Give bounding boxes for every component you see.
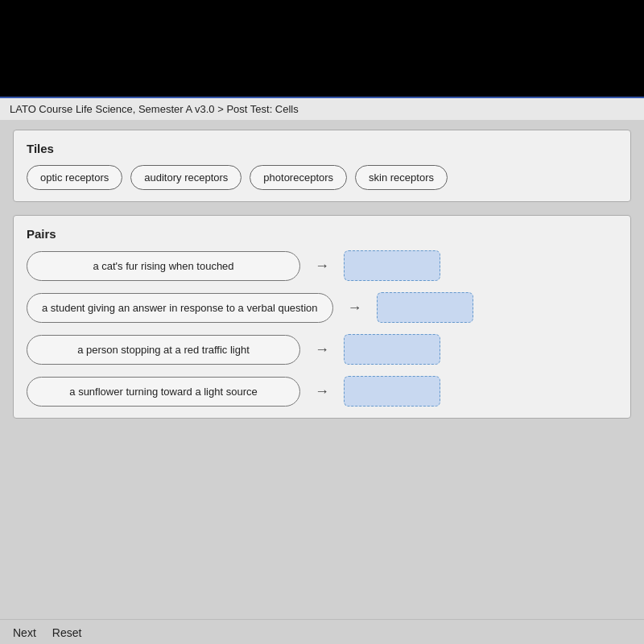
pair-row-2: a student giving an answer in response t… — [27, 292, 617, 323]
arrow-icon-1: → — [315, 258, 329, 275]
arrow-icon-2: → — [348, 299, 362, 316]
arrow-icon-4: → — [315, 383, 329, 400]
tile-auditory-receptors[interactable]: auditory receptors — [130, 165, 242, 190]
pair-right-2[interactable] — [377, 292, 473, 323]
tiles-row: optic receptors auditory receptors photo… — [27, 165, 617, 190]
reset-button[interactable]: Reset — [52, 626, 82, 639]
pair-row-1: a cat's fur rising when touched → — [27, 250, 617, 281]
next-button[interactable]: Next — [13, 626, 36, 639]
pair-row-3: a person stopping at a red traffic light… — [27, 334, 617, 365]
pair-left-2: a student giving an answer in response t… — [27, 293, 333, 323]
tiles-title: Tiles — [27, 142, 617, 155]
tile-optic-receptors[interactable]: optic receptors — [27, 165, 122, 190]
top-black-bar — [0, 0, 644, 97]
pair-left-3: a person stopping at a red traffic light — [27, 335, 300, 365]
tile-skin-receptors[interactable]: skin receptors — [355, 165, 448, 190]
pair-left-1: a cat's fur rising when touched — [27, 251, 300, 281]
footer-bar: Next Reset — [0, 619, 644, 644]
breadcrumb: LATO Course Life Science, Semester A v3.… — [0, 97, 644, 120]
pair-right-4[interactable] — [344, 376, 440, 407]
pair-row-4: a sunflower turning toward a light sourc… — [27, 376, 617, 407]
tile-photoreceptors[interactable]: photoreceptors — [250, 165, 347, 190]
tiles-section: Tiles optic receptors auditory receptors… — [13, 130, 631, 202]
pairs-title: Pairs — [27, 227, 617, 241]
arrow-icon-3: → — [315, 341, 329, 358]
pair-left-4: a sunflower turning toward a light sourc… — [27, 377, 300, 407]
pairs-section: Pairs a cat's fur rising when touched → … — [13, 215, 631, 419]
main-content: Tiles optic receptors auditory receptors… — [0, 120, 644, 619]
pair-right-3[interactable] — [344, 334, 440, 365]
pair-right-1[interactable] — [344, 250, 440, 281]
